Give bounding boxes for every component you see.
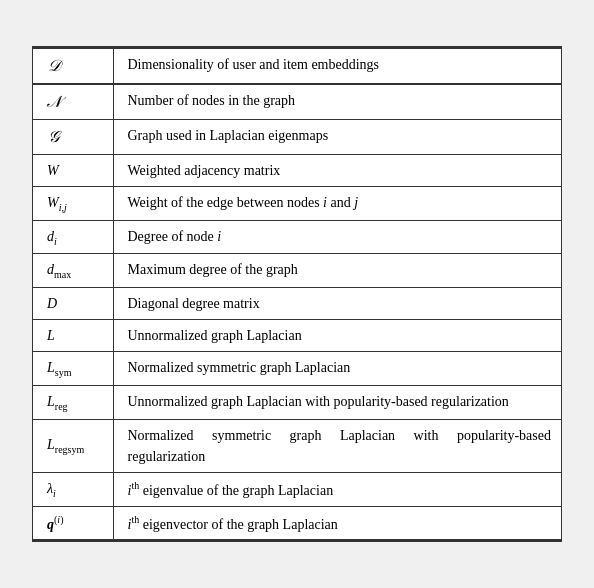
description-cell: Diagonal degree matrix — [113, 288, 561, 320]
table-row: 𝒩 Number of nodes in the graph — [33, 84, 561, 120]
description-cell: Maximum degree of the graph — [113, 254, 561, 288]
table-row: 𝒟 Dimensionality of user and item embedd… — [33, 48, 561, 84]
description-cell: Unnormalized graph Laplacian with popula… — [113, 385, 561, 419]
table-row: 𝒢 Graph used in Laplacian eigenmaps — [33, 119, 561, 154]
symbol-cell: λi — [33, 472, 113, 506]
description-cell: Graph used in Laplacian eigenmaps — [113, 119, 561, 154]
symbol-cell: W — [33, 154, 113, 186]
symbol-cell: 𝒟 — [33, 48, 113, 84]
description-cell: ith eigenvector of the graph Laplacian — [113, 506, 561, 540]
description-cell: Dimensionality of user and item embeddin… — [113, 48, 561, 84]
symbol-cell: Lregsym — [33, 419, 113, 472]
description-cell: Normalized symmetric graph Laplacian — [113, 352, 561, 386]
table-row: λi ith eigenvalue of the graph Laplacian — [33, 472, 561, 506]
description-cell: Normalized symmetric graph Laplacian wit… — [113, 419, 561, 472]
notation-table-container: 𝒟 Dimensionality of user and item embedd… — [32, 46, 562, 542]
symbol-cell: 𝒢 — [33, 119, 113, 154]
description-cell: Weight of the edge between nodes i and j — [113, 186, 561, 220]
symbol-cell: Lsym — [33, 352, 113, 386]
table-row: di Degree of node i — [33, 220, 561, 254]
table-row: q(i) ith eigenvector of the graph Laplac… — [33, 506, 561, 540]
table-row: W Weighted adjacency matrix — [33, 154, 561, 186]
table-row: Lregsym Normalized symmetric graph Lapla… — [33, 419, 561, 472]
symbol-cell: di — [33, 220, 113, 254]
table-row: dmax Maximum degree of the graph — [33, 254, 561, 288]
symbol-cell: Wi,j — [33, 186, 113, 220]
symbol-cell: Lreg — [33, 385, 113, 419]
table-row: Lreg Unnormalized graph Laplacian with p… — [33, 385, 561, 419]
notation-table: 𝒟 Dimensionality of user and item embedd… — [33, 47, 561, 541]
table-row: Lsym Normalized symmetric graph Laplacia… — [33, 352, 561, 386]
symbol-cell: q(i) — [33, 506, 113, 540]
symbol-cell: D — [33, 288, 113, 320]
description-cell: Number of nodes in the graph — [113, 84, 561, 120]
symbol-cell: dmax — [33, 254, 113, 288]
symbol-cell: L — [33, 320, 113, 352]
description-cell: Degree of node i — [113, 220, 561, 254]
description-cell: Weighted adjacency matrix — [113, 154, 561, 186]
symbol-cell: 𝒩 — [33, 84, 113, 120]
description-cell: ith eigenvalue of the graph Laplacian — [113, 472, 561, 506]
table-row: L Unnormalized graph Laplacian — [33, 320, 561, 352]
description-cell: Unnormalized graph Laplacian — [113, 320, 561, 352]
table-row: D Diagonal degree matrix — [33, 288, 561, 320]
table-row: Wi,j Weight of the edge between nodes i … — [33, 186, 561, 220]
